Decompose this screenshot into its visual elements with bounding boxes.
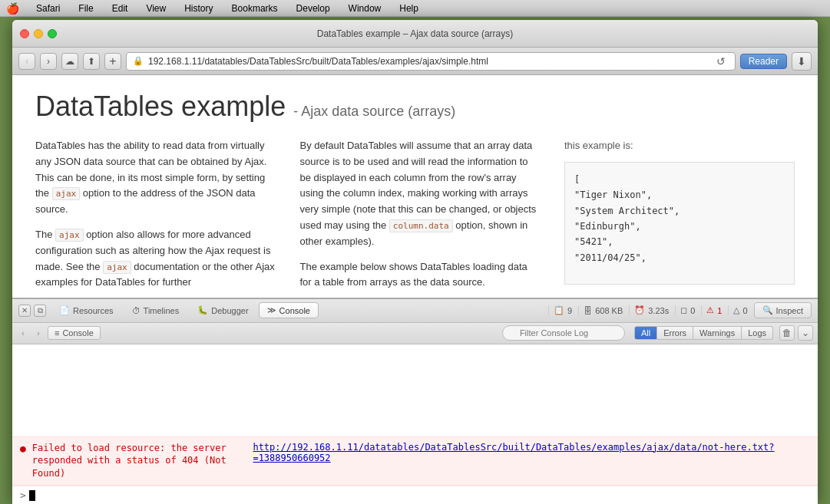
warnings-filter-button[interactable]: Warnings <box>693 326 742 340</box>
devtools-tab-debugger[interactable]: 🐛 Debugger <box>189 302 256 318</box>
time-icon: ⏰ <box>634 305 645 315</box>
error-message: Failed to load resource: the server resp… <box>32 442 247 480</box>
resources-icon: 📄 <box>59 305 70 315</box>
debugger-icon: 🐛 <box>197 305 208 315</box>
console-back-button[interactable]: ‹ <box>17 327 29 339</box>
apple-menu[interactable]: 🍎 <box>6 2 19 15</box>
browser-window: DataTables example – Ajax data source (a… <box>12 20 818 504</box>
code-line-2: "Tiger Nixon", <box>574 187 785 203</box>
filter-input[interactable] <box>502 325 625 341</box>
ajax-code-3: ajax <box>103 261 131 274</box>
page-body: DataTables example - Ajax data source (a… <box>12 75 818 298</box>
menubar-edit[interactable]: Edit <box>107 2 133 15</box>
code-line-1: [ <box>574 172 785 187</box>
stat-time: ⏰ 3.23s <box>629 305 673 315</box>
menubar-window[interactable]: Window <box>344 2 386 15</box>
all-filter-button[interactable]: All <box>634 326 657 340</box>
code-block: [ "Tiger Nixon", "System Architect", "Ed… <box>564 162 795 285</box>
console-settings-button[interactable]: ⌄ <box>798 325 813 341</box>
menubar-history[interactable]: History <box>180 2 217 15</box>
devtools-detach-button[interactable]: ⧉ <box>34 305 46 317</box>
code-line-5: "5421", <box>574 234 785 249</box>
stat-files: 📋 9 <box>548 305 577 315</box>
left-para1: DataTables has the ability to read data … <box>35 138 277 218</box>
ajax-code-2: ajax <box>55 229 84 242</box>
stat-warnings: △ 0 <box>728 305 752 315</box>
console-error-line: ● Failed to load resource: the server re… <box>12 436 818 486</box>
page-title: DataTables example - Ajax data source (a… <box>35 91 795 123</box>
col-right: this example is: [ "Tiger Nixon", "Syste… <box>564 138 795 298</box>
error-icon: ● <box>20 443 26 454</box>
code-line-3: "System Architect", <box>574 203 785 219</box>
secure-icon: 🔒 <box>133 56 144 66</box>
menubar-file[interactable]: File <box>74 2 98 15</box>
forward-button[interactable]: › <box>40 53 57 70</box>
error-text-line1: Failed to load resource: the server <box>32 443 227 453</box>
title-bar: DataTables example – Ajax data source (a… <box>12 20 818 48</box>
console-input-line[interactable]: > <box>12 486 818 504</box>
errors-filter-button[interactable]: Errors <box>657 326 693 340</box>
menubar-develop[interactable]: Develop <box>292 2 335 15</box>
console-clear-button[interactable]: 🗑 <box>779 325 795 341</box>
devtools-bar: ✕ ⧉ 📄 Resources ⏱ Timelines 🐛 Debugger ≫… <box>12 298 818 323</box>
dt-icon: ◻ <box>680 305 687 315</box>
files-icon: 📋 <box>554 305 564 315</box>
new-tab-button[interactable]: + <box>104 53 121 70</box>
size-icon: 🗄 <box>584 306 592 315</box>
console-tab-icon: ≡ <box>55 328 59 338</box>
error-text-line2: responded with a status of 404 (Not Foun… <box>32 455 227 479</box>
column-data-code: column.data <box>389 219 453 232</box>
menubar-safari[interactable]: Safari <box>31 2 64 15</box>
toolbar: ‹ › ☁ ⬆ + 🔒 192.168.1.11/datatables/Data… <box>12 48 818 75</box>
back-button[interactable]: ‹ <box>18 53 35 70</box>
time-value: 3.23s <box>648 306 669 315</box>
close-button[interactable] <box>20 29 29 38</box>
cloud-button[interactable]: ☁ <box>61 53 78 70</box>
console-forward-button[interactable]: › <box>32 327 45 339</box>
devtools-close-button[interactable]: ✕ <box>18 305 31 317</box>
col-middle: By default DataTables will assume that a… <box>300 138 542 298</box>
ajax-code-1: ajax <box>52 187 81 200</box>
resources-label: Resources <box>73 306 114 315</box>
code-line-4: "Edinburgh", <box>574 219 785 234</box>
menubar-bookmarks[interactable]: Bookmarks <box>227 2 283 15</box>
minimize-button[interactable] <box>34 29 43 38</box>
address-bar[interactable]: 🔒 192.168.1.11/datatables/DataTablesSrc/… <box>126 52 736 71</box>
size-value: 608 KB <box>595 306 623 315</box>
warning-stat-icon: △ <box>733 305 739 315</box>
timelines-icon: ⏱ <box>132 306 141 315</box>
console-tab-label: Console <box>62 328 93 338</box>
console-content: ● Failed to load resource: the server re… <box>12 344 818 504</box>
stat-errors: ⚠ 1 <box>701 305 726 315</box>
left-para2: The ajax option also allows for more adv… <box>35 227 277 291</box>
downloads-button[interactable]: ⬇ <box>792 52 812 71</box>
error-link[interactable]: http://192.168.1.11/datatables/DataTable… <box>253 442 810 463</box>
console-tab-item[interactable]: ≡ Console <box>48 326 101 340</box>
filter-wrapper: 🔍 <box>502 325 625 341</box>
page-content: DataTables example - Ajax data source (a… <box>12 75 818 504</box>
devtools-tab-resources[interactable]: 📄 Resources <box>51 302 122 318</box>
page-title-main: DataTables example <box>35 91 286 123</box>
reload-button[interactable]: ↺ <box>713 55 729 68</box>
console-empty-space <box>12 344 818 436</box>
inspect-button[interactable]: 🔍 Inspect <box>754 302 812 318</box>
logs-filter-button[interactable]: Logs <box>742 326 773 340</box>
maximize-button[interactable] <box>48 29 57 38</box>
devtools-tab-timelines[interactable]: ⏱ Timelines <box>124 303 188 318</box>
console-cursor <box>29 490 35 501</box>
stat-dt: ◻ 0 <box>675 305 699 315</box>
warning-count: 0 <box>742 306 747 315</box>
devtools-tab-console[interactable]: ≫ Console <box>259 302 319 318</box>
middle-para2: The example below shows DataTables loadi… <box>300 259 542 292</box>
console-filter: 🔍 <box>104 325 631 341</box>
console-filter-buttons: All Errors Warnings Logs <box>634 326 773 340</box>
menubar-view[interactable]: View <box>141 2 170 15</box>
console-toolbar: ‹ › ≡ Console 🔍 All Errors Warnings L <box>12 323 818 344</box>
share-button[interactable]: ⬆ <box>83 53 100 70</box>
devtools-panel: ✕ ⧉ 📄 Resources ⏱ Timelines 🐛 Debugger ≫… <box>12 298 818 504</box>
reader-button[interactable]: Reader <box>740 54 787 69</box>
files-count: 9 <box>567 306 572 315</box>
menubar-help[interactable]: Help <box>395 2 423 15</box>
col-right-title: this example is: <box>564 138 795 154</box>
content-columns: DataTables has the ability to read data … <box>35 138 795 298</box>
